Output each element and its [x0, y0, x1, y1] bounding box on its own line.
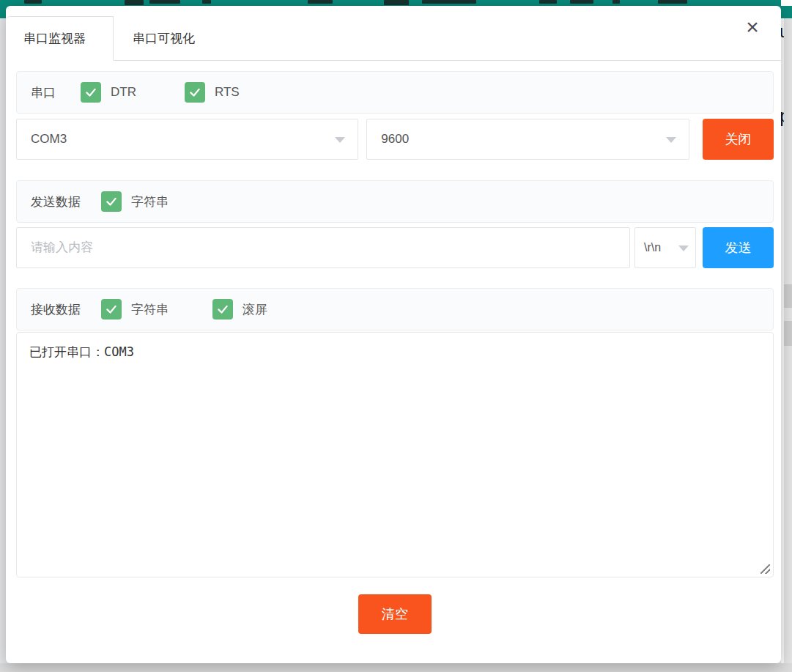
serial-section-header: 串口 DTR RTS	[16, 71, 774, 114]
dtr-checkbox-group: DTR	[81, 82, 136, 103]
autoscroll-checkbox[interactable]	[212, 299, 233, 320]
send-section-title: 发送数据	[31, 193, 81, 210]
send-string-checkbox[interactable]	[101, 191, 122, 212]
send-string-label: 字符串	[131, 193, 169, 210]
send-section-header: 发送数据 字符串	[16, 180, 774, 223]
clear-button[interactable]: 清空	[358, 594, 432, 634]
toolbar-fragment	[125, 0, 144, 5]
background-toolbar-edge	[781, 6, 792, 18]
receive-section-header: 接收数据 字符串 滚屏	[16, 288, 774, 331]
receive-string-label: 字符串	[131, 301, 169, 318]
send-controls-row: \r\n 发送	[16, 227, 774, 268]
autoscroll-checkbox-group: 滚屏	[212, 299, 267, 320]
page-scrollbar-thumb[interactable]	[784, 321, 792, 346]
port-select[interactable]: COM3	[16, 119, 358, 160]
clear-button-row: 清空	[16, 594, 774, 634]
port-select-value: COM3	[31, 132, 67, 147]
dtr-label: DTR	[111, 85, 136, 100]
dtr-checkbox[interactable]	[81, 82, 101, 103]
send-button[interactable]: 发送	[703, 227, 774, 268]
rts-label: RTS	[215, 85, 240, 100]
tab-serial-visualizer[interactable]: 串口可视化	[114, 16, 214, 61]
chevron-down-icon	[666, 137, 676, 143]
receive-string-checkbox-group: 字符串	[101, 299, 169, 320]
send-data-section: 发送数据 字符串 \r\n 发送	[16, 180, 774, 268]
checkmark-icon	[84, 86, 97, 99]
serial-port-section: 串口 DTR RTS	[16, 71, 774, 160]
send-string-checkbox-group: 字符串	[101, 191, 169, 212]
receive-log-textarea[interactable]: 已打开串口： COM3	[16, 332, 774, 577]
checkmark-icon	[105, 195, 118, 208]
close-port-button[interactable]: 关闭	[703, 119, 774, 160]
toolbar-fragment	[149, 0, 180, 4]
toolbar-fragment	[658, 0, 687, 4]
toolbar-fragment	[570, 0, 593, 4]
dialog-tabbar: 串口监视器 串口可视化 ×	[6, 16, 781, 61]
background-page-bottom	[0, 663, 792, 672]
rts-checkbox[interactable]	[185, 82, 205, 103]
page-scrollbar-thumb[interactable]	[784, 284, 792, 308]
resize-handle-icon[interactable]	[760, 564, 770, 574]
autoscroll-label: 滚屏	[243, 301, 267, 318]
background-page-edge: u p	[781, 0, 792, 672]
toolbar-fragment	[612, 0, 620, 4]
toolbar-fragment	[384, 0, 409, 5]
receive-section-title: 接收数据	[31, 301, 81, 318]
checkmark-icon	[105, 303, 118, 316]
rts-checkbox-group: RTS	[185, 82, 240, 103]
tab-label: 串口可视化	[133, 30, 195, 47]
send-input[interactable]	[16, 227, 630, 268]
line-ending-value: \r\n	[644, 241, 661, 254]
log-port-value: COM3	[104, 344, 134, 359]
serial-section-title: 串口	[31, 84, 56, 101]
log-line: 已打开串口： COM3	[29, 344, 760, 361]
close-icon[interactable]: ×	[740, 15, 765, 40]
toolbar-fragment	[539, 0, 557, 4]
toolbar-fragment	[24, 0, 42, 4]
tab-serial-monitor[interactable]: 串口监视器	[6, 16, 114, 61]
tab-label: 串口监视器	[23, 30, 86, 47]
serial-monitor-dialog: 串口监视器 串口可视化 × 串口 DTR	[6, 6, 781, 663]
receive-data-section: 接收数据 字符串 滚屏	[16, 288, 774, 577]
baud-select[interactable]: 9600	[366, 119, 689, 160]
checkmark-icon	[216, 303, 229, 316]
chevron-down-icon	[678, 245, 689, 251]
serial-controls-row: COM3 9600 关闭	[16, 119, 774, 160]
baud-select-value: 9600	[381, 132, 409, 147]
toolbar-fragment	[422, 0, 476, 4]
toolbar-fragment	[202, 0, 211, 4]
dialog-body: 串口 DTR RTS	[6, 71, 781, 634]
toolbar-fragment	[308, 0, 333, 4]
receive-string-checkbox[interactable]	[101, 299, 122, 320]
checkmark-icon	[188, 86, 201, 99]
line-ending-select[interactable]: \r\n	[634, 227, 696, 268]
chevron-down-icon	[335, 137, 345, 143]
log-prefix: 已打开串口：	[29, 344, 104, 361]
